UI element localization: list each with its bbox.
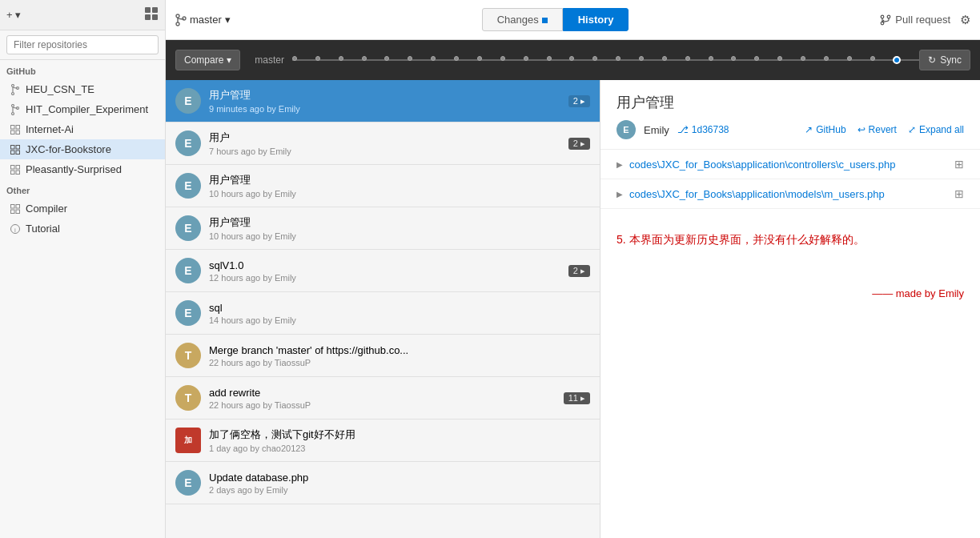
branch-selector-icon: [175, 14, 187, 26]
detail-author-name: Emily: [644, 124, 669, 136]
avatar: E: [175, 300, 201, 326]
svg-rect-27: [16, 210, 20, 214]
commit-time: 14 hours ago by Emily: [209, 315, 590, 325]
commit-hash[interactable]: ⎇ 1d36738: [677, 124, 729, 135]
sidebar-item-label: Internet-Ai: [26, 123, 74, 135]
timeline-dot[interactable]: [339, 56, 343, 61]
expand-all-button[interactable]: ⤢ Expand all: [908, 124, 964, 135]
svg-rect-17: [16, 145, 20, 149]
add-dropdown-arrow: ▾: [15, 9, 21, 21]
sidebar-item-pleasantly[interactable]: Pleasantly-Surprised: [0, 159, 165, 179]
timeline-dot[interactable]: [801, 56, 805, 61]
timeline-dot[interactable]: [362, 56, 367, 61]
avatar: E: [175, 130, 201, 156]
timeline-dot[interactable]: [569, 56, 574, 61]
pull-request-icon: [880, 14, 891, 26]
timeline-dot[interactable]: [731, 56, 736, 61]
commit-item[interactable]: E Update database.php 2 days ago by Emil…: [166, 462, 600, 504]
add-repository-button[interactable]: + ▾: [6, 9, 21, 21]
timeline-dot[interactable]: [870, 56, 875, 61]
commit-item[interactable]: E 用户 7 hours ago by Emily 2 ▸: [166, 122, 600, 165]
file-row[interactable]: ▶ codes\JXC_for_Books\application\models…: [600, 179, 980, 209]
svg-point-9: [12, 112, 14, 114]
timeline-dot[interactable]: [408, 56, 412, 61]
commit-title: add rewrite: [209, 387, 556, 399]
sidebar-item-label: JXC-for-Bookstore: [26, 143, 111, 155]
commit-title: sql: [209, 302, 590, 314]
sync-label: Sync: [940, 54, 962, 66]
sidebar-item-label: HEU_CSN_TE: [26, 83, 94, 95]
compare-button[interactable]: Compare ▾: [175, 50, 240, 70]
svg-rect-25: [16, 204, 20, 208]
commit-item[interactable]: T add rewrite 22 hours ago by TiaossuP 1…: [166, 377, 600, 420]
sidebar-item-internet-ai[interactable]: Internet-Ai: [0, 119, 165, 139]
svg-rect-3: [152, 14, 158, 20]
github-section-header: GitHub: [0, 60, 165, 79]
timeline-dot-active[interactable]: [893, 56, 901, 64]
commit-item[interactable]: E 用户管理 9 minutes ago by Emily 2 ▸: [166, 80, 600, 122]
svg-rect-0: [145, 7, 151, 13]
timeline-dot[interactable]: [847, 56, 852, 61]
branch-selector[interactable]: master ▾: [175, 14, 231, 26]
github-link-button[interactable]: ↗ GitHub: [805, 124, 845, 135]
commit-timeline[interactable]: [292, 58, 970, 62]
svg-rect-16: [11, 145, 15, 149]
main-content: master ▾ Changes History Pull request: [166, 0, 980, 538]
svg-point-8: [12, 104, 14, 106]
timeline-dot[interactable]: [292, 56, 297, 61]
file-path-prefix: codes\JXC_for_Books\application\models\: [629, 188, 825, 200]
grid-icon: [10, 164, 21, 175]
sidebar-item-hit[interactable]: HIT_Compiler_Experiment: [0, 99, 165, 119]
file-action-icon[interactable]: ⊞: [954, 187, 964, 200]
timeline-dot[interactable]: [315, 56, 320, 61]
detail-panel: 用户管理 E Emily ⎇ 1d36738 ↗ GitHub ↩: [600, 80, 980, 538]
svg-rect-22: [11, 171, 15, 175]
commit-item[interactable]: E 用户管理 10 hours ago by Emily: [166, 165, 600, 207]
timeline-dot[interactable]: [709, 56, 713, 61]
timeline-dot[interactable]: [592, 56, 597, 61]
sidebar-item-jxc[interactable]: JXC-for-Bookstore: [0, 139, 165, 159]
commit-item[interactable]: 加 加了俩空格，测试下git好不好用 1 day ago by chao2012…: [166, 420, 600, 462]
tab-changes[interactable]: Changes: [482, 8, 563, 31]
timeline-dot[interactable]: [662, 56, 667, 61]
tab-history[interactable]: History: [563, 8, 629, 31]
timeline-dot[interactable]: [524, 56, 528, 61]
sync-button[interactable]: ↻ Sync: [919, 50, 970, 70]
timeline-dot[interactable]: [616, 56, 621, 61]
commit-item[interactable]: E sql 14 hours ago by Emily: [166, 292, 600, 335]
file-row[interactable]: ▶ codes\JXC_for_Books\application\contro…: [600, 150, 980, 179]
sidebar-item-tutorial[interactable]: i Tutorial: [0, 219, 165, 239]
timeline-dot[interactable]: [547, 56, 552, 61]
svg-point-30: [176, 14, 179, 18]
sidebar-item-heu[interactable]: HEU_CSN_TE: [0, 79, 165, 99]
topbar: master ▾ Changes History Pull request: [166, 0, 980, 40]
commit-info: 用户管理 10 hours ago by Emily: [209, 215, 590, 241]
commit-item[interactable]: E sqlV1.0 12 hours ago by Emily 2 ▸: [166, 250, 600, 292]
detail-title: 用户管理: [617, 93, 964, 112]
svg-rect-12: [11, 125, 15, 129]
timeline-dot[interactable]: [431, 56, 436, 61]
plus-icon: +: [6, 9, 13, 21]
sidebar-item-compiler[interactable]: Compiler: [0, 199, 165, 219]
timeline-dot[interactable]: [824, 56, 829, 61]
timeline-dot[interactable]: [454, 56, 459, 61]
timeline-dot[interactable]: [384, 56, 389, 61]
commit-title: 用户管理: [209, 215, 590, 230]
file-action-icon[interactable]: ⊞: [954, 158, 964, 171]
commit-time: 7 hours ago by Emily: [209, 147, 560, 156]
timeline-dot[interactable]: [477, 56, 482, 61]
commit-badge: 2 ▸: [568, 95, 590, 107]
timeline-dot[interactable]: [754, 56, 759, 61]
timeline-dot[interactable]: [500, 56, 505, 61]
pull-request-button[interactable]: Pull request: [880, 14, 950, 26]
other-section-header: Other: [0, 179, 165, 199]
revert-button[interactable]: ↩ Revert: [858, 124, 897, 135]
commit-item[interactable]: E 用户管理 10 hours ago by Emily: [166, 207, 600, 250]
timeline-dot[interactable]: [685, 56, 690, 61]
layout-toggle-button[interactable]: [144, 6, 159, 23]
timeline-dot[interactable]: [777, 56, 782, 61]
search-input[interactable]: [6, 35, 159, 54]
timeline-dot[interactable]: [639, 56, 644, 61]
settings-button[interactable]: ⚙: [960, 13, 970, 27]
commit-item[interactable]: T Merge branch 'master' of https://githu…: [166, 335, 600, 377]
